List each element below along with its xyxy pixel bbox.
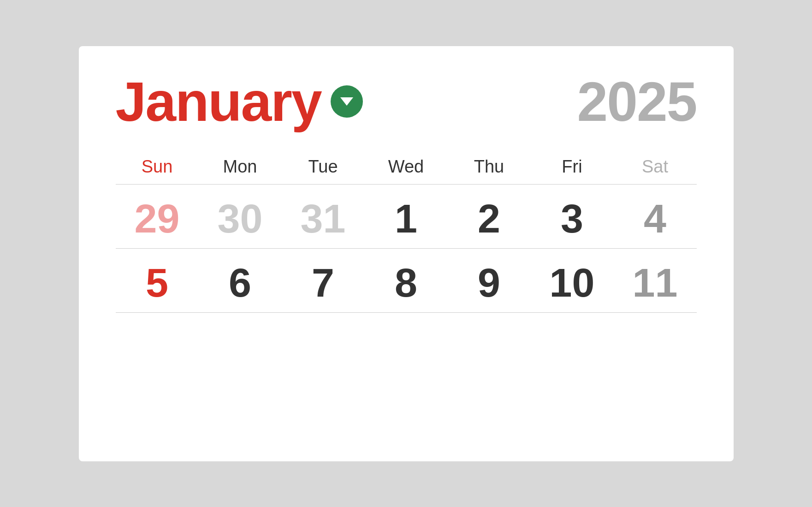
day-number: 1 [395, 196, 417, 241]
day-number: 6 [229, 260, 251, 305]
day-number: 30 [218, 196, 263, 241]
day-cell-6[interactable]: 6 [199, 249, 282, 313]
month-dropdown-button[interactable] [331, 85, 363, 118]
day-cell-2[interactable]: 2 [448, 185, 531, 249]
calendar-grid: Sun Mon Tue Wed Thu Fri Sat 29 30 31 1 2… [116, 157, 697, 313]
day-number: 8 [395, 260, 417, 305]
day-cell-7[interactable]: 7 [282, 249, 365, 313]
day-header-tue: Tue [282, 157, 365, 185]
day-number: 11 [633, 260, 678, 305]
day-header-mon: Mon [199, 157, 282, 185]
day-cell-8[interactable]: 8 [365, 249, 448, 313]
day-cell-3[interactable]: 3 [531, 185, 614, 249]
calendar-header: January 2025 [116, 74, 697, 129]
day-cell-4[interactable]: 4 [614, 185, 697, 249]
day-header-sun: Sun [116, 157, 199, 185]
day-number: 10 [550, 260, 595, 305]
month-container: January [116, 74, 363, 129]
day-number: 5 [146, 260, 168, 305]
month-name: January [116, 74, 321, 129]
day-number: 4 [644, 196, 666, 241]
day-cell-5[interactable]: 5 [116, 249, 199, 313]
day-number: 7 [312, 260, 334, 305]
day-number: 2 [478, 196, 500, 241]
day-header-thu: Thu [448, 157, 531, 185]
day-header-sat: Sat [614, 157, 697, 185]
day-cell-9[interactable]: 9 [448, 249, 531, 313]
day-cell-1[interactable]: 1 [365, 185, 448, 249]
day-header-fri: Fri [531, 157, 614, 185]
day-cell-11[interactable]: 11 [614, 249, 697, 313]
year-number: 2025 [577, 74, 697, 129]
day-cell-31[interactable]: 31 [282, 185, 365, 249]
day-number: 3 [561, 196, 583, 241]
day-cell-30[interactable]: 30 [199, 185, 282, 249]
day-number: 9 [478, 260, 500, 305]
day-header-wed: Wed [365, 157, 448, 185]
day-number: 29 [135, 196, 180, 241]
day-cell-10[interactable]: 10 [531, 249, 614, 313]
day-cell-29[interactable]: 29 [116, 185, 199, 249]
calendar-card: January 2025 Sun Mon Tue Wed Thu Fri Sat… [79, 46, 734, 461]
day-number: 31 [301, 196, 346, 241]
